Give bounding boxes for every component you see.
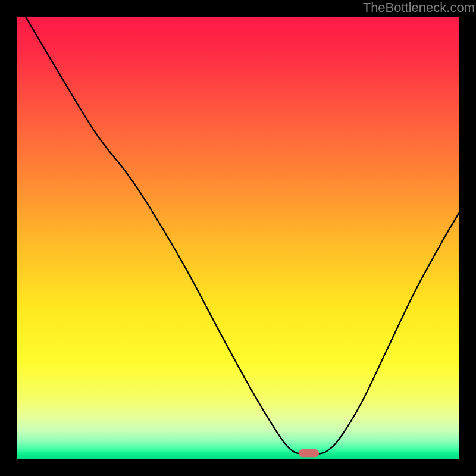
plot-area [17,17,459,459]
gradient-background [17,17,459,459]
watermark-text: TheBottleneck.com [363,0,475,15]
chart-container: TheBottleneck.com [0,0,476,476]
selected-point-marker [299,449,319,457]
chart-svg [17,17,459,459]
